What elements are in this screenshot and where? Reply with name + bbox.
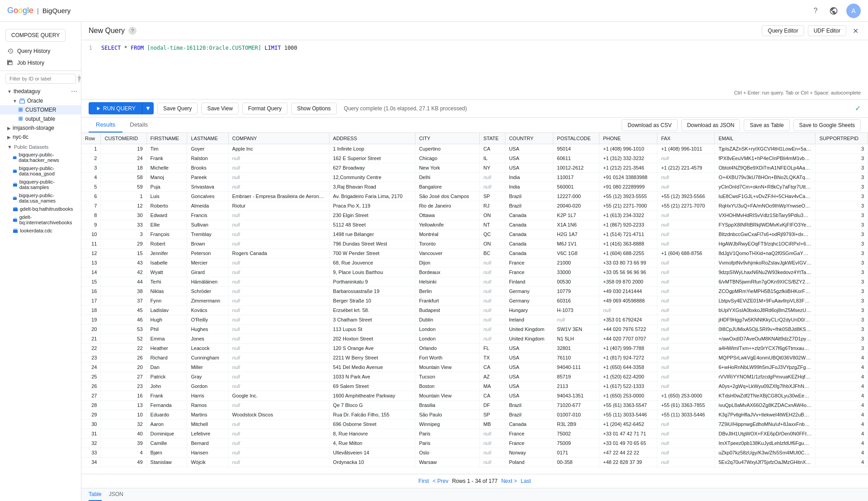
cell-r22-c7: TX	[480, 353, 505, 363]
col-header-email[interactable]: EMAIL	[715, 133, 816, 144]
cell-r17-c2: Ladislav	[146, 306, 187, 315]
cell-r14-c2: Terhi	[146, 277, 187, 287]
filter-input[interactable]	[5, 74, 76, 84]
sidebar-item-public-datasets[interactable]: ▼ Public Datasets	[0, 142, 81, 151]
cell-r15-c13: 3	[816, 287, 868, 296]
sidebar-item-job-history[interactable]: Job History	[0, 57, 81, 69]
help-icon[interactable]: ?	[810, 5, 821, 16]
cell-r7-c9: K2P 1L7	[553, 211, 599, 220]
cell-r17-c8: Hungary	[505, 306, 553, 315]
sidebar-item-hacker-news[interactable]: bigquery-public-data:hacker_news	[0, 151, 81, 164]
cell-r20-c0: 21	[81, 334, 101, 344]
save-view-button[interactable]: Save View	[201, 103, 238, 114]
sidebar-item-samples[interactable]: bigquery-public-data:samples	[0, 178, 81, 191]
editor-space[interactable]	[81, 52, 868, 88]
compose-query-button[interactable]: COMPOSE QUERY	[5, 29, 66, 42]
show-options-button[interactable]: Show Options	[291, 103, 337, 114]
bottom-tab-json[interactable]: JSON	[109, 488, 123, 501]
account-icon[interactable]	[828, 5, 839, 16]
results-table-container[interactable]: RowCUSTOMERIDFIRSTNAMELASTNAMECOMPANYADD…	[81, 133, 868, 474]
sidebar-item-oracle[interactable]: ▼ Oracle	[0, 96, 81, 105]
sidebar-item-hathi[interactable]: gdelt-bq:hathitrustbooks	[0, 205, 81, 213]
expand-icon-thedataguy[interactable]: ⋯	[71, 88, 77, 95]
col-header-customerid[interactable]: CUSTOMERID	[101, 133, 146, 144]
save-sheets-button[interactable]: Save to Google Sheets	[793, 119, 861, 131]
sidebar-item-query-history[interactable]: Query History	[0, 45, 81, 57]
cell-r8-c7: NT	[480, 220, 505, 230]
col-header-company[interactable]: COMPANY	[228, 133, 329, 144]
sidebar-item-imjasonh[interactable]: ▶ imjasonh-storage	[0, 123, 81, 132]
sidebar-item-thedataguy[interactable]: ▼ thedataguy ⋯	[0, 86, 81, 96]
cell-r11-c6: Vancouver	[415, 249, 479, 258]
filter-help-icon[interactable]: ?	[78, 75, 80, 83]
udf-editor-button[interactable]: UDF Editor	[808, 25, 846, 36]
col-header-address[interactable]: ADDRESS	[329, 133, 415, 144]
save-query-button[interactable]: Save Query	[157, 103, 198, 114]
download-csv-button[interactable]: Download as CSV	[622, 119, 677, 131]
col-header-fax[interactable]: FAX	[657, 133, 715, 144]
cell-r33-c11: null	[657, 458, 715, 467]
sidebar-item-nyctlc[interactable]: ▶ nyc-tlc	[0, 132, 81, 142]
sidebar-item-internet-archive[interactable]: gdelt-bq:internetarchivebooks	[0, 213, 81, 227]
cell-r33-c10: +48 22 828 37 39	[599, 458, 657, 467]
cell-r4-c9: 560001	[553, 182, 599, 192]
col-header-firstname[interactable]: FIRSTNAME	[146, 133, 187, 144]
sidebar-item-looker-cdc[interactable]: lookerdata:cdc	[0, 227, 81, 235]
table-name-output: output_table	[25, 116, 55, 122]
layout: COMPOSE QUERY Query History Job History …	[0, 22, 868, 501]
cell-r22-c6: Fort Worth	[415, 353, 479, 363]
run-query-button[interactable]: RUN QUERY	[89, 102, 142, 114]
cell-r4-c6: Bangalore	[415, 182, 479, 192]
col-header-row[interactable]: Row	[81, 133, 101, 144]
cell-r31-c8: France	[505, 439, 553, 448]
query-editor-button[interactable]: Query Editor	[762, 25, 804, 36]
run-query-dropdown-button[interactable]: ▼	[142, 102, 154, 114]
col-header-postalcode[interactable]: POSTALCODE	[553, 133, 599, 144]
pagination-first[interactable]: First	[419, 478, 429, 484]
cell-r7-c3: Francis	[187, 211, 228, 220]
col-header-country[interactable]: COUNTRY	[505, 133, 553, 144]
col-header-city[interactable]: CITY	[415, 133, 479, 144]
table-row: 334BjørnHansennullUllevålsveien 14Oslonu…	[81, 448, 868, 458]
cell-r4-c4: null	[228, 182, 329, 192]
user-avatar[interactable]: A	[846, 4, 861, 18]
sidebar-item-customer[interactable]: CUSTOMER	[0, 105, 81, 114]
table-row: 2623JohnGordonnull69 Salem StreetBostonM…	[81, 382, 868, 391]
col-header-supportrepid[interactable]: SUPPORTREPID	[816, 133, 868, 144]
query-help-icon[interactable]: ?	[128, 27, 137, 35]
cell-r16-c8: Germany	[505, 296, 553, 306]
line-numbers: 1	[81, 44, 94, 52]
cell-r4-c13: 3	[816, 182, 868, 192]
sidebar-item-noaa-gsod[interactable]: bigquery-public-data:noaa_gsod	[0, 164, 81, 178]
cell-r31-c1: 39	[101, 439, 146, 448]
sidebar-item-usa-names[interactable]: bigquery-public-data:usa_names	[0, 191, 81, 205]
cell-r27-c1: 13	[101, 401, 146, 410]
cell-r30-c8: France	[505, 429, 553, 439]
pagination-last[interactable]: Last	[521, 478, 531, 484]
sql-editor[interactable]: SELECT * FROM [nodal-time-161120:Oracle.…	[98, 44, 868, 52]
cell-r33-c12: 5Ev2q70u47WxylJf75jxfzOaJMzGHitnX1/TnJO+…	[715, 458, 816, 467]
col-header-lastname[interactable]: LASTNAME	[187, 133, 228, 144]
save-table-button[interactable]: Save as Table	[744, 119, 789, 131]
sidebar-item-output-table[interactable]: output_table	[0, 114, 81, 123]
pagination-prev[interactable]: < Prev	[433, 478, 448, 484]
col-header-state[interactable]: STATE	[480, 133, 505, 144]
format-query-button[interactable]: Format Query	[242, 103, 288, 114]
cell-r1-c4: null	[228, 154, 329, 163]
app-logo[interactable]: Google | BigQuery	[7, 6, 71, 15]
tab-details[interactable]: Details	[123, 118, 155, 132]
table-row: 559PujaSrivastavanull3,Raj Bhavan RoadBa…	[81, 182, 868, 192]
cell-r32-c7: null	[480, 448, 505, 458]
cell-r32-c3: Hansen	[187, 448, 228, 458]
cell-r30-c5: 8, Rue Hanovre	[329, 429, 415, 439]
cell-r10-c8: Canada	[505, 239, 553, 249]
bottom-tab-table[interactable]: Table	[89, 488, 102, 501]
cell-r9-c13: 3	[816, 230, 868, 239]
cell-r22-c10: +1 (817) 924-7272	[599, 353, 657, 363]
cell-r10-c5: 796 Dundas Street West	[329, 239, 415, 249]
tab-results[interactable]: Results	[89, 118, 123, 132]
close-button[interactable]: ✕	[850, 25, 861, 36]
col-header-phone[interactable]: PHONE	[599, 133, 657, 144]
pagination-next[interactable]: Next >	[501, 478, 517, 484]
download-json-button[interactable]: Download as JSON	[681, 119, 741, 131]
